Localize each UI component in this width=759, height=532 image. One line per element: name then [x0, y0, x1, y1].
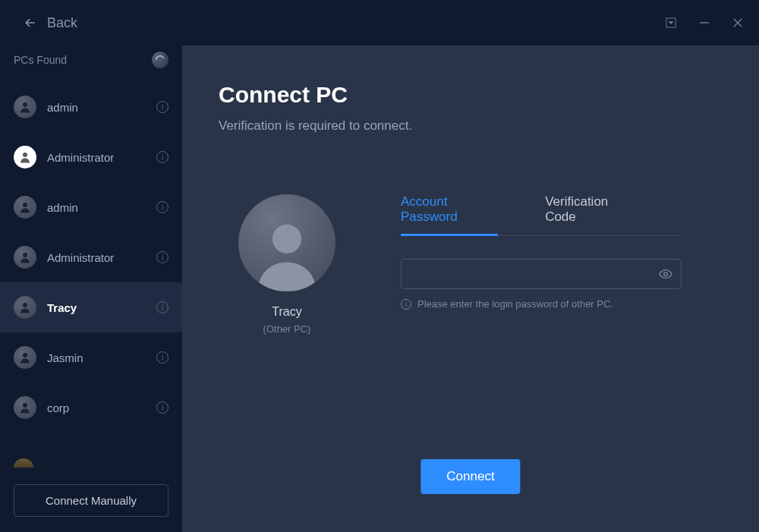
person-icon	[18, 150, 32, 164]
pc-list-item[interactable]: Administratori	[0, 132, 182, 182]
arrow-left-icon	[23, 15, 38, 30]
svg-point-5	[23, 153, 27, 157]
pc-name-label: Tracy	[47, 301, 146, 314]
pc-list-item[interactable]: Tracyi	[0, 282, 182, 332]
password-hint: i Please enter the login password of oth…	[401, 298, 682, 310]
avatar	[14, 346, 36, 369]
person-icon	[18, 301, 32, 314]
main: PCs Found adminiAdministratoriadminiAdmi…	[0, 46, 759, 532]
person-icon	[18, 250, 32, 264]
refresh-button[interactable]	[152, 52, 168, 68]
avatar	[14, 146, 36, 168]
avatar	[14, 246, 36, 269]
profile-avatar	[238, 194, 335, 291]
form-area: Tracy (Other PC) Account PasswordVerific…	[219, 194, 723, 335]
window-controls	[665, 17, 744, 29]
password-input[interactable]	[401, 259, 682, 289]
partial-list-item	[0, 451, 182, 475]
pc-name-label: admin	[47, 201, 146, 214]
dropdown-icon	[666, 17, 676, 28]
info-button[interactable]: i	[156, 301, 168, 313]
close-icon	[732, 17, 743, 28]
close-button[interactable]	[732, 17, 744, 29]
refresh-icon	[155, 55, 165, 65]
back-button[interactable]: Back	[23, 15, 77, 31]
svg-point-12	[664, 272, 668, 276]
eye-icon	[659, 267, 672, 281]
pc-list-item[interactable]: Jasmini	[0, 332, 182, 382]
svg-point-9	[23, 353, 27, 357]
person-icon	[252, 216, 322, 291]
svg-point-4	[23, 102, 27, 107]
avatar	[14, 196, 36, 219]
info-button[interactable]: i	[156, 401, 168, 414]
person-icon	[18, 100, 32, 114]
tab[interactable]: Verification Code	[545, 194, 627, 235]
pc-list-item[interactable]: corpi	[0, 382, 182, 433]
avatar	[14, 396, 36, 419]
pc-list-item[interactable]: admini	[0, 82, 182, 132]
avatar	[14, 458, 33, 467]
person-icon	[18, 351, 32, 364]
info-button[interactable]: i	[156, 151, 168, 163]
titlebar: Back	[0, 0, 759, 46]
dropdown-button[interactable]	[665, 17, 677, 29]
avatar	[14, 296, 36, 319]
pc-list-item[interactable]: admini	[0, 182, 182, 232]
person-icon	[18, 200, 32, 214]
connect-manually-button[interactable]: Connect Manually	[14, 484, 168, 517]
minimize-icon	[699, 17, 710, 28]
connect-button[interactable]: Connect	[420, 459, 520, 494]
svg-point-10	[23, 403, 27, 408]
svg-point-11	[272, 225, 301, 253]
pc-list-item[interactable]: Administratori	[0, 232, 182, 282]
info-button[interactable]: i	[156, 251, 168, 263]
avatar	[14, 96, 36, 118]
pc-list: adminiAdministratoriadminiAdministratori…	[0, 82, 182, 451]
pc-name-label: Jasmin	[47, 351, 146, 364]
info-button[interactable]: i	[156, 351, 168, 364]
person-icon	[18, 401, 32, 414]
profile-sub: (Other PC)	[263, 323, 311, 335]
page-subtitle: Verification is required to connect.	[219, 118, 723, 134]
pc-name-label: admin	[47, 101, 146, 114]
sidebar-header: PCs Found	[0, 46, 182, 82]
svg-point-8	[23, 303, 27, 307]
hint-text: Please enter the login password of other…	[417, 298, 613, 310]
info-button[interactable]: i	[156, 201, 168, 213]
pc-name-label: Administrator	[47, 251, 146, 264]
pc-name-label: Administrator	[47, 151, 146, 164]
sidebar: PCs Found adminiAdministratoriadminiAdmi…	[0, 46, 182, 532]
sidebar-title: PCs Found	[14, 54, 67, 66]
info-icon: i	[401, 299, 411, 310]
svg-point-7	[23, 253, 27, 257]
profile-column: Tracy (Other PC)	[219, 194, 355, 335]
back-label: Back	[47, 15, 77, 31]
tabs: Account PasswordVerification Code	[401, 194, 682, 236]
profile-name: Tracy	[272, 305, 301, 319]
info-button[interactable]: i	[156, 101, 168, 113]
show-password-button[interactable]	[659, 267, 672, 281]
page-title: Connect PC	[219, 82, 723, 108]
content-panel: Connect PC Verification is required to c…	[182, 46, 759, 532]
tab[interactable]: Account Password	[401, 194, 490, 235]
password-field-wrapper	[401, 259, 682, 289]
form-column: Account PasswordVerification Code i Plea…	[401, 194, 682, 335]
svg-point-6	[23, 203, 27, 207]
pc-name-label: corp	[47, 401, 146, 414]
minimize-button[interactable]	[698, 17, 710, 29]
